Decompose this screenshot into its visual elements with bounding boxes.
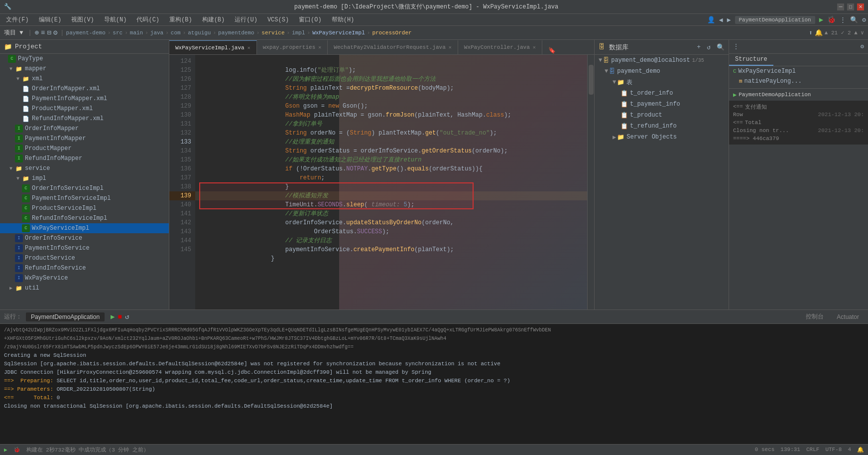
- back-icon[interactable]: ◀: [719, 16, 723, 24]
- run-button[interactable]: ▶: [819, 15, 823, 24]
- settings-icon[interactable]: ⚙: [862, 16, 866, 24]
- db-refresh-icon[interactable]: ↺: [707, 43, 711, 51]
- bookmark-icon[interactable]: 🔖: [548, 47, 556, 54]
- db-tree-schema[interactable]: ▼ 🗄 payment_demo: [595, 66, 729, 77]
- bc-main[interactable]: main: [130, 30, 143, 36]
- more-run-icon[interactable]: ⋮: [840, 16, 846, 24]
- tree-wxpayserviceimpl[interactable]: C WxPayServiceImpl: [0, 223, 169, 233]
- console-output[interactable]: /AjvbtQ42UIWpjBRZox9MViO2ZL1FXljdgx6MFIu…: [0, 324, 868, 444]
- db-tree-t-order-info[interactable]: 📋 t_order_info: [595, 88, 729, 99]
- scrollbar-thumb[interactable]: [589, 65, 594, 95]
- run-config-label[interactable]: PaymentDemoApplication: [735, 16, 815, 24]
- tab-wxpaycontroller[interactable]: WxPayController.java ✕: [458, 40, 542, 54]
- tree-paymentinfomapper-xml[interactable]: 📄 PaymentInfoMapper.xml: [0, 94, 169, 104]
- notification-count[interactable]: 🔔: [857, 447, 864, 453]
- menu-vcs[interactable]: VCS(S): [263, 15, 293, 24]
- code-content[interactable]: log.info("处理订单"); //因为解密过程后面也会用到达里我想通他给取…: [195, 55, 587, 309]
- debug-button[interactable]: 🐞: [827, 15, 836, 24]
- db-tree-tables[interactable]: ▼ 📁 表: [595, 77, 729, 88]
- tree-paymentinfoserviceimpl[interactable]: C PaymentInfoServiceImpl: [0, 193, 169, 203]
- tree-productservice[interactable]: I ProductService: [0, 253, 169, 263]
- tab-wxpayproperties[interactable]: wxpay.properties ✕: [257, 40, 328, 54]
- tree-service[interactable]: ▼ 📁 service: [0, 163, 169, 173]
- close-button[interactable]: ✕: [857, 3, 864, 10]
- profile-icon[interactable]: 👤: [707, 16, 715, 24]
- project-toggle[interactable]: 项目 ▼: [4, 28, 23, 37]
- tree-orderinfomapper-xml[interactable]: 📄 OrderInfoMapper.xml: [0, 84, 169, 94]
- console-run-icon[interactable]: ▶: [111, 312, 115, 321]
- scope-icon[interactable]: ⊕: [35, 28, 39, 37]
- menu-view[interactable]: 视图(V): [67, 14, 98, 25]
- bc-impl[interactable]: impl: [292, 30, 305, 36]
- tree-wxpayservice[interactable]: I WxPayService: [0, 273, 169, 283]
- menu-file[interactable]: 文件(F): [2, 14, 33, 25]
- structure-item-nativepay[interactable]: m nativePayLong...: [729, 76, 868, 86]
- bc-wxpay[interactable]: WxPayServiceImpl: [312, 30, 365, 36]
- tree-mapper[interactable]: ▼ 📁 mapper: [0, 64, 169, 74]
- bc-java[interactable]: java: [150, 30, 163, 36]
- tree-paytype[interactable]: C PayType: [0, 54, 169, 64]
- actuator-tab[interactable]: Actuator: [832, 312, 864, 321]
- tree-util[interactable]: ▶ 📁 util: [0, 283, 169, 293]
- menu-refactor[interactable]: 重构(B): [165, 14, 196, 25]
- tab-close-icon[interactable]: ✕: [318, 44, 321, 50]
- tree-refundinfomapper-xml[interactable]: 📄 RefundInfoMapper.xml: [0, 114, 169, 124]
- db-tree-t-product[interactable]: 📋 t_product: [595, 110, 729, 121]
- tree-orderinfoservice[interactable]: I OrderInfoService: [0, 233, 169, 243]
- structure-item-wxpay[interactable]: C WxPayServiceImpl: [729, 66, 868, 76]
- menu-run[interactable]: 运行(U): [231, 14, 261, 25]
- tab-close-icon[interactable]: ✕: [449, 44, 452, 50]
- menu-navigate[interactable]: 导航(N): [100, 14, 131, 25]
- tree-productserviceimpl[interactable]: C ProductServiceImpl: [0, 203, 169, 213]
- options-icon[interactable]: ⚙: [53, 28, 57, 37]
- minimize-button[interactable]: ─: [837, 3, 844, 10]
- bc-paymentdemo[interactable]: paymentdemo: [218, 30, 254, 36]
- console-stop-icon[interactable]: ■: [118, 313, 122, 321]
- bc-atguigu[interactable]: atguigu: [188, 30, 211, 36]
- db-filter-icon[interactable]: 🔍: [717, 43, 725, 51]
- structure-settings-icon[interactable]: ⚙: [861, 43, 864, 50]
- console-tab[interactable]: 控制台: [801, 311, 829, 322]
- db-add-icon[interactable]: +: [697, 43, 701, 51]
- tree-refundinfoservice[interactable]: I RefundInfoService: [0, 263, 169, 273]
- tab-wechatpay2validator[interactable]: WechatPay2ValidatorForRequest.java ✕: [328, 40, 458, 54]
- bc-src[interactable]: src: [113, 30, 123, 36]
- db-tree-t-payment-info[interactable]: 📋 t_payment_info: [595, 99, 729, 110]
- forward-icon[interactable]: ▶: [727, 16, 731, 24]
- compact-icon[interactable]: ≡: [41, 29, 45, 37]
- maximize-button[interactable]: □: [847, 3, 854, 10]
- tree-orderinfoserviceimpl[interactable]: C OrderInfoServiceImpl: [0, 183, 169, 193]
- tab-wxpayserviceimpl[interactable]: WxPayServiceImpl.java ✕: [169, 40, 257, 54]
- tab-close-icon[interactable]: ✕: [533, 44, 536, 50]
- tree-refundinfomapper[interactable]: I RefundInfoMapper: [0, 153, 169, 163]
- tree-impl[interactable]: ▼ 📁 impl: [0, 173, 169, 183]
- bc-service[interactable]: service: [261, 30, 284, 36]
- git-icon[interactable]: ⬆: [809, 29, 813, 37]
- vertical-scrollbar[interactable]: [587, 55, 594, 309]
- tree-productmapper[interactable]: I ProductMapper: [0, 144, 169, 153]
- menu-window[interactable]: 窗口(O): [295, 14, 326, 25]
- structure-tab[interactable]: Structure: [729, 54, 773, 66]
- menu-edit[interactable]: 编辑(E): [35, 14, 66, 25]
- bc-payment[interactable]: payment-demo: [66, 30, 106, 36]
- tree-paymentinfoservice[interactable]: I PaymentInfoService: [0, 243, 169, 253]
- tab-close-icon[interactable]: ✕: [248, 45, 250, 51]
- db-tree-t-refund-info[interactable]: 📋 t_refund_info: [595, 121, 729, 132]
- search-everywhere-icon[interactable]: 🔍: [850, 16, 858, 24]
- tree-paymentinfomapper[interactable]: I PaymentInfoMapper: [0, 134, 169, 144]
- flatten-icon[interactable]: ⊟: [47, 28, 51, 37]
- tree-productmapper-xml[interactable]: 📄 ProductMapper.xml: [0, 104, 169, 114]
- db-tree-server-objects[interactable]: ▶ 📁 Server Objects: [595, 132, 729, 143]
- db-tree-server[interactable]: ▼ 🗄 payment_demo@localhost 1/35: [595, 55, 729, 66]
- menu-help[interactable]: 帮助(H): [328, 14, 359, 25]
- notification-icon[interactable]: 🔔: [815, 29, 823, 37]
- menu-build[interactable]: 构建(B): [198, 14, 229, 25]
- run-tab-app[interactable]: PaymentDemoApplication: [26, 312, 105, 321]
- console-restart-icon[interactable]: ↺: [125, 312, 129, 321]
- bc-processorder[interactable]: processOrder: [372, 30, 411, 36]
- tree-orderinfomapper[interactable]: I OrderInfoMapper: [0, 124, 169, 134]
- tree-xml[interactable]: ▼ 📁 xml: [0, 74, 169, 84]
- bc-com[interactable]: com: [171, 30, 181, 36]
- tree-refundinfoserviceimpl[interactable]: C RefundInfoServiceImpl: [0, 213, 169, 223]
- menu-code[interactable]: 代码(C): [132, 14, 163, 25]
